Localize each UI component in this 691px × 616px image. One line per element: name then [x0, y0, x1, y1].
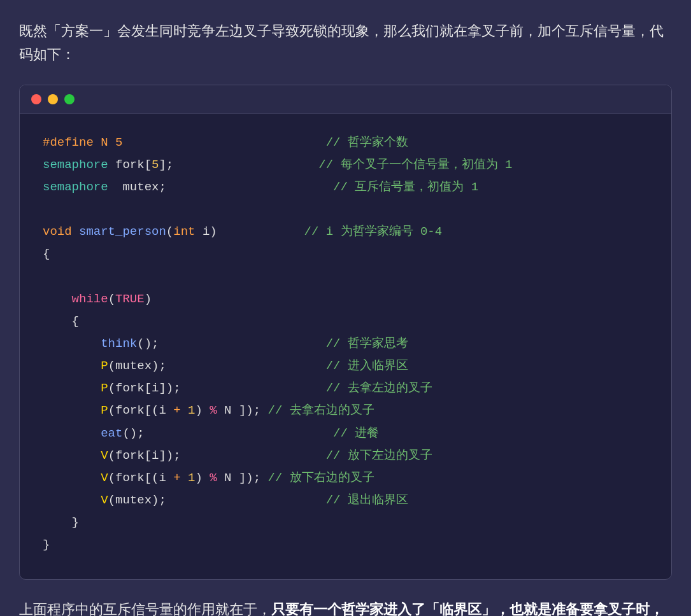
- keyword-while: while: [72, 288, 108, 311]
- code-line-pforki: P ( fork[i] ); // 去拿左边的叉子: [43, 377, 648, 400]
- fn-p-mutex: P: [101, 355, 108, 377]
- brace2-indent: [43, 311, 72, 333]
- fork-spacing: [173, 154, 318, 176]
- outro-paragraph: 上面程序中的互斥信号量的作用就在于，只要有一个哲学家进入了「临界区」，也就是准备…: [19, 598, 672, 616]
- var-fork-next: fork[(i: [115, 400, 173, 422]
- comment-pforknext: // 去拿右边的叉子: [268, 400, 374, 422]
- pforknext-spacing: [260, 400, 267, 422]
- fn-p-forknext: P: [101, 400, 108, 422]
- vmutex-indent: [43, 489, 101, 512]
- var-fork-i-v: fork[i]: [115, 445, 166, 467]
- outro-text-normal1: 上面程序中的互斥信号量的作用就在于，: [19, 601, 271, 616]
- while-indent: [43, 288, 72, 311]
- code-window: #define N 5 // 哲学家个数 semaphore fork[5]; …: [19, 85, 672, 580]
- fn-v-forknext: V: [101, 467, 108, 489]
- comment-vforki: // 放下左边的叉子: [326, 445, 432, 467]
- think-spacing: [159, 333, 325, 355]
- code-line-mutex: semaphore mutex; // 互斥信号量，初值为 1: [43, 176, 648, 199]
- comment-pforki: // 去拿左边的叉子: [326, 377, 432, 400]
- brace-close2: }: [72, 512, 79, 534]
- keyword-semaphore-mutex: semaphore: [43, 176, 108, 199]
- intro-text: 既然「方案一」会发生同时竞争左边叉子导致死锁的现象，那么我们就在拿叉子前，加个互…: [19, 19, 672, 67]
- space2: [108, 176, 123, 199]
- mutex-spacing: [166, 176, 333, 199]
- code-line-empty2: [43, 266, 648, 288]
- code-line-open1: {: [43, 243, 648, 265]
- code-line-pfork-next: P ( fork[(i + 1 ) % N ]); // 去拿右边的叉子: [43, 400, 648, 422]
- var-n: N ]);: [217, 400, 260, 422]
- code-line-pmutex: P ( mutex ); // 进入临界区: [43, 355, 648, 377]
- keyword-void: void: [43, 221, 72, 243]
- code-line-define: #define N 5 // 哲学家个数: [43, 132, 648, 154]
- eat-indent: [43, 423, 101, 445]
- space4: [195, 221, 202, 243]
- paren-open: (: [166, 221, 173, 243]
- eat-spacing: [145, 423, 333, 445]
- op-plus: +: [173, 400, 180, 422]
- code-line-vfork-next: V ( fork[(i + 1 ) % N ]); // 放下右边的叉子: [43, 467, 648, 489]
- comment-void: // i 为哲学家编号 0-4: [304, 221, 443, 243]
- code-line-close2: }: [43, 512, 648, 534]
- while-paren-close: ): [145, 288, 152, 311]
- space-plus: [181, 400, 188, 422]
- pmutex-paren-open: (: [108, 355, 115, 377]
- code-line-fork: semaphore fork[5]; // 每个叉子一个信号量，初值为 1: [43, 154, 648, 176]
- code-body: #define N 5 // 哲学家个数 semaphore fork[5]; …: [20, 114, 671, 580]
- dot-yellow: [48, 94, 58, 104]
- comment-fork: // 每个叉子一个信号量，初值为 1: [318, 154, 512, 176]
- pforki-paren-close: );: [166, 377, 181, 400]
- keyword-true: TRUE: [115, 288, 145, 311]
- comment-think: // 哲学家思考: [326, 333, 408, 355]
- space-plus-v: [181, 467, 188, 489]
- num-1: 1: [188, 400, 195, 422]
- eat-parens: ();: [122, 423, 144, 445]
- brace-close1: }: [43, 534, 50, 556]
- pmutex-indent: [43, 355, 101, 377]
- var-fork: fork[: [115, 154, 152, 176]
- vforknext-paren-open: (: [108, 467, 115, 489]
- vforknext-spacing: [260, 467, 267, 489]
- vforki-spacing: [181, 445, 326, 467]
- comment-eat: // 进餐: [333, 423, 379, 445]
- pforknext-paren-open: (: [108, 400, 115, 422]
- vforki-paren-close: );: [166, 445, 181, 467]
- intro-paragraph: 既然「方案一」会发生同时竞争左边叉子导致死锁的现象，那么我们就在拿叉子前，加个互…: [19, 19, 672, 67]
- code-line-open2: {: [43, 311, 648, 333]
- fn-eat: eat: [101, 423, 122, 445]
- vmutex-spacing: [166, 489, 326, 512]
- code-line-vmutex: V ( mutex ); // 退出临界区: [43, 489, 648, 512]
- brace-open2: {: [72, 311, 79, 333]
- think-indent: [43, 333, 101, 355]
- think-parens: ();: [137, 333, 159, 355]
- var-mutex: mutex;: [122, 176, 166, 199]
- keyword-int: int: [173, 221, 195, 243]
- var-mutex-v: mutex: [115, 489, 152, 512]
- code-line-think: think (); // 哲学家思考: [43, 333, 648, 355]
- paren-before-mod-v: ): [195, 467, 210, 489]
- code-line-close1: }: [43, 534, 648, 556]
- vmutex-paren-open: (: [108, 489, 115, 512]
- var-mutex-p: mutex: [115, 355, 152, 377]
- code-line-while: while ( TRUE ): [43, 288, 648, 311]
- var-fork-next-v: fork[(i: [115, 467, 173, 489]
- num-5-fork: 5: [152, 154, 159, 176]
- pforki-indent: [43, 377, 101, 400]
- vforknext-indent: [43, 467, 101, 489]
- vforki-paren-open: (: [108, 445, 115, 467]
- space3: [72, 221, 79, 243]
- keyword-define: #define N 5: [43, 132, 122, 154]
- while-paren: (: [108, 288, 115, 311]
- comment-vforknext: // 放下右边的叉子: [268, 467, 374, 489]
- void-spacing: [217, 221, 304, 243]
- define-spacing: [122, 132, 325, 154]
- num-1-v: 1: [188, 467, 195, 489]
- keyword-semaphore-fork: semaphore: [43, 154, 108, 176]
- dot-green: [64, 94, 75, 104]
- fn-think: think: [101, 333, 137, 355]
- param-i: i): [203, 221, 217, 243]
- code-line-vforki: V ( fork[i] ); // 放下左边的叉子: [43, 445, 648, 467]
- comment-vmutex: // 退出临界区: [326, 489, 408, 512]
- fn-v-forki: V: [101, 445, 108, 467]
- fn-v-mutex: V: [101, 489, 108, 512]
- comment-mutex: // 互斥信号量，初值为 1: [333, 176, 478, 199]
